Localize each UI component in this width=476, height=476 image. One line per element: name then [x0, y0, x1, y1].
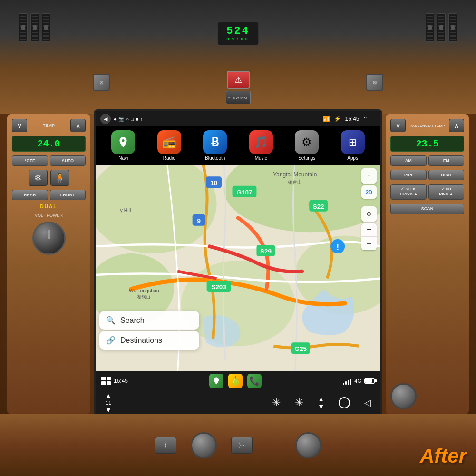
temp-down-arrow[interactable]: ∨ — [12, 119, 27, 132]
temp-ctrl-row: ∨ TEMP ∧ — [12, 119, 86, 132]
navi-label: Navi — [118, 155, 128, 161]
auto-button[interactable]: AUTO — [50, 155, 86, 166]
right-seat-knob[interactable] — [390, 383, 417, 409]
settings-app[interactable]: ⚙ Settings — [295, 130, 319, 161]
zoom-in-button[interactable]: + — [361, 223, 377, 237]
wiper-button[interactable]: ⟩~ — [231, 437, 253, 454]
seek-ch-row: ✓ SEEKTRACK ▲ ✓ CHDISC ▲ — [390, 184, 464, 200]
tape-disc-row: TAPE DISC — [390, 170, 464, 180]
music-app[interactable]: 🎵 Music — [249, 130, 273, 161]
dual-label: DUAL — [12, 204, 86, 209]
compass-button[interactable]: ↑ — [361, 168, 377, 184]
radio-app[interactable]: 📻 Radio — [157, 130, 181, 161]
ac-icon-btn[interactable]: ❄ — [29, 170, 48, 186]
wifi-icon: 📶 — [323, 116, 330, 122]
nav-arrow-down[interactable]: ▼ — [105, 407, 112, 413]
search-bar[interactable]: 🔍 Search — [99, 311, 199, 330]
vent-slot-5[interactable] — [437, 13, 446, 42]
svg-text:Wu Tongshan: Wu Tongshan — [129, 288, 159, 293]
back-button[interactable]: ◀ — [100, 114, 111, 124]
app-bar: Navi 📻 Radio Ƀ Bluetooth 🎵 Music ⚙ Setti… — [96, 126, 380, 165]
swing-button[interactable]: ≡ SWING — [226, 91, 251, 104]
right-temp-down[interactable]: ∨ — [390, 119, 406, 132]
right-temp-ctrl-row: ∨ PASSENGER TEMP ∧ — [390, 119, 464, 132]
bt-icon: ⚡ — [334, 116, 341, 122]
tape-button[interactable]: TAPE — [390, 170, 427, 180]
vent-slot-3[interactable] — [42, 13, 50, 42]
bluetooth-app[interactable]: Ƀ Bluetooth — [203, 130, 227, 161]
car-dashboard: 524 HM:00 ⚠ ≡ SWING ⊠ ⊠ ∨ TEMP ∧ — [0, 0, 476, 476]
front-button[interactable]: FRONT — [50, 190, 86, 200]
pan-button[interactable]: ✥ — [361, 206, 377, 222]
tablet-status-bar: 16:45 🍐 📞 4G — [96, 371, 380, 391]
hazard-button[interactable]: ⚠ — [227, 71, 250, 89]
disc-button[interactable]: DISC — [428, 170, 465, 180]
am-button[interactable]: AM — [390, 155, 427, 166]
nav-fan-right[interactable]: ✳ — [295, 397, 303, 409]
off-auto-row: *OFF AUTO — [12, 155, 86, 166]
vent-slot-6[interactable] — [448, 13, 457, 42]
svg-text:G107: G107 — [237, 189, 253, 196]
square-icon: □ — [131, 117, 134, 122]
fm-button[interactable]: FM — [428, 155, 465, 166]
maps-mini-icon[interactable] — [209, 374, 223, 388]
nav-back-button[interactable]: ◁ — [364, 398, 371, 408]
tb-center: 🍐 📞 — [209, 374, 262, 388]
settings-label: Settings — [298, 155, 315, 161]
corner-control-tr[interactable]: ⊠ — [366, 74, 383, 91]
status-left: ◀ ● 📷 ○ □ ■ ↑ — [100, 114, 143, 124]
svg-text:S29: S29 — [260, 248, 272, 255]
seek-track-button[interactable]: ✓ SEEKTRACK ▲ — [390, 184, 427, 200]
music-icon: 🎵 — [249, 130, 273, 154]
vent-slot-2[interactable] — [30, 13, 39, 42]
search-icon: 🔍 — [106, 316, 116, 325]
scan-row: SCAN — [390, 204, 464, 214]
nav-arrow-up[interactable]: ▲ — [105, 392, 112, 399]
left-vents — [19, 13, 50, 42]
pear-mini-icon[interactable]: 🍐 — [228, 374, 243, 388]
bottom-btn-1[interactable]: ⟨ — [155, 437, 176, 454]
left-seat-knob[interactable] — [191, 432, 217, 458]
off-button[interactable]: *OFF — [12, 155, 48, 166]
vent-slot-1[interactable] — [19, 13, 28, 42]
tb-left: 16:45 — [101, 377, 128, 385]
nav-arrow-down-2[interactable]: ▼ — [318, 403, 324, 410]
destinations-bar[interactable]: 🔗 Destinations — [99, 331, 199, 350]
svg-text:!: ! — [336, 243, 339, 252]
vol-label: VOL · POWER — [12, 213, 86, 218]
nav-center-group: ✳ ✳ ▲ ▼ ◁ — [272, 396, 371, 410]
nav-arrows-left: ▲ 11 ▼ — [105, 392, 112, 413]
2d-badge[interactable]: 2D — [361, 185, 377, 199]
bluetooth-label: Bluetooth — [205, 155, 225, 161]
navi-app[interactable]: Navi — [111, 130, 135, 161]
vent-slot-4[interactable] — [426, 13, 434, 42]
map-controls: ↑ 2D ✥ + − — [361, 168, 377, 250]
right-temp-up[interactable]: ∧ — [449, 119, 464, 132]
apps-label: Apps — [347, 155, 358, 161]
music-label: Music — [255, 155, 267, 161]
temp-up-arrow[interactable]: ∧ — [70, 119, 86, 132]
corner-control-tl[interactable]: ⊠ — [93, 74, 110, 91]
scan-button[interactable]: SCAN — [390, 204, 464, 214]
vol-knob[interactable] — [32, 222, 66, 255]
rear-button[interactable]: REAR — [12, 190, 48, 200]
nav-home-button[interactable] — [339, 397, 350, 408]
left-temp-display: 24.0 — [12, 136, 86, 152]
right-seat-knob-2[interactable] — [295, 432, 321, 458]
apps-icon: ⊞ — [341, 130, 365, 154]
person-icon-btn[interactable]: 🧍 — [50, 170, 69, 186]
status-bar: ◀ ● 📷 ○ □ ■ ↑ 📶 ⚡ 16:45 ⌃ ─ — [96, 111, 380, 126]
zoom-out-button[interactable]: − — [361, 237, 377, 250]
expand-icon: ⌃ — [363, 116, 368, 122]
nav-arrow-up-2[interactable]: ▲ — [318, 396, 324, 402]
nav-fan-left[interactable]: ✳ — [272, 397, 281, 409]
apps-app[interactable]: ⊞ Apps — [341, 130, 365, 161]
phone-mini-icon[interactable]: 📞 — [247, 374, 262, 388]
right-panel: ∨ PASSENGER TEMP ∧ 23.5 AM FM TAPE DISC … — [386, 114, 469, 414]
status-time: 16:45 — [345, 116, 359, 122]
signal-icon: ■ — [136, 117, 138, 122]
svg-text:杨台山: 杨台山 — [287, 179, 302, 185]
minimize-icon: ─ — [371, 116, 376, 122]
network-type: 4G — [354, 378, 361, 384]
ch-disc-button[interactable]: ✓ CHDISC ▲ — [428, 184, 465, 200]
